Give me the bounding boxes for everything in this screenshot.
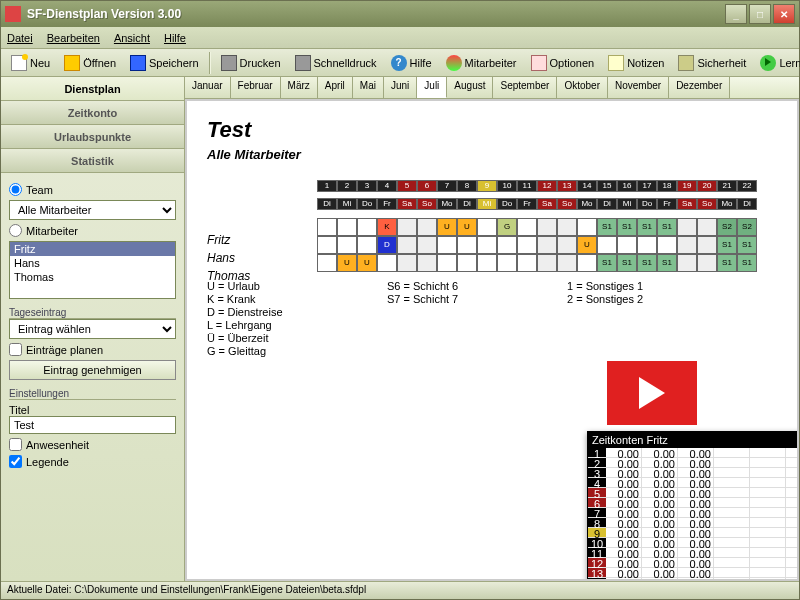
month-tab-januar[interactable]: Januar xyxy=(185,77,231,98)
schedule-cell[interactable] xyxy=(637,236,657,254)
schedule-cell[interactable] xyxy=(517,236,537,254)
schedule-cell[interactable]: U xyxy=(577,236,597,254)
schedule-cell[interactable] xyxy=(417,218,437,236)
schedule-cell[interactable] xyxy=(497,236,517,254)
schedule-cell[interactable] xyxy=(677,254,697,272)
schedule-cell[interactable] xyxy=(357,218,377,236)
month-tab-mai[interactable]: Mai xyxy=(353,77,384,98)
schedule-cell[interactable] xyxy=(457,236,477,254)
toolbar-mitarbeiter[interactable]: Mitarbeiter xyxy=(440,52,523,74)
schedule-cell[interactable]: S1 xyxy=(717,236,737,254)
schedule-cell[interactable] xyxy=(397,218,417,236)
schedule-cell[interactable] xyxy=(437,236,457,254)
month-tab-november[interactable]: November xyxy=(608,77,669,98)
schedule-cell[interactable] xyxy=(517,218,537,236)
schedule-cell[interactable] xyxy=(397,254,417,272)
schedule-cell[interactable]: G xyxy=(497,218,517,236)
schedule-cell[interactable] xyxy=(517,254,537,272)
toolbar-schnelldruck[interactable]: Schnelldruck xyxy=(289,52,383,74)
toolbar-speichern[interactable]: Speichern xyxy=(124,52,205,74)
schedule-cell[interactable] xyxy=(397,236,417,254)
schedule-cell[interactable]: S1 xyxy=(597,254,617,272)
toolbar-lernvideo[interactable]: Lernvideo xyxy=(754,52,800,74)
schedule-cell[interactable] xyxy=(557,254,577,272)
toolbar-optionen[interactable]: Optionen xyxy=(525,52,601,74)
schedule-cell[interactable]: S1 xyxy=(717,254,737,272)
month-tab-oktober[interactable]: Oktober xyxy=(557,77,608,98)
schedule-cell[interactable]: S1 xyxy=(617,254,637,272)
menu-bearbeiten[interactable]: Bearbeiten xyxy=(47,32,100,44)
check-legende[interactable]: Legende xyxy=(9,455,176,468)
schedule-cell[interactable]: S1 xyxy=(617,218,637,236)
month-tab-august[interactable]: August xyxy=(447,77,493,98)
list-item[interactable]: Fritz xyxy=(10,242,175,256)
titel-input[interactable] xyxy=(9,416,176,434)
schedule-cell[interactable]: S1 xyxy=(597,218,617,236)
schedule-cell[interactable]: S1 xyxy=(657,254,677,272)
schedule-cell[interactable] xyxy=(477,218,497,236)
tab-zeitkonto[interactable]: Zeitkonto xyxy=(1,101,184,125)
genehmigen-button[interactable]: Eintrag genehmigen xyxy=(9,360,176,380)
schedule-cell[interactable]: U xyxy=(357,254,377,272)
schedule-cell[interactable] xyxy=(357,236,377,254)
schedule-cell[interactable] xyxy=(617,236,637,254)
employee-list[interactable]: Fritz Hans Thomas xyxy=(9,241,176,299)
schedule-cell[interactable]: S2 xyxy=(737,218,757,236)
schedule-cell[interactable] xyxy=(697,254,717,272)
toolbar-drucken[interactable]: Drucken xyxy=(215,52,287,74)
list-item[interactable]: Hans xyxy=(10,256,175,270)
radio-team[interactable]: Team xyxy=(9,183,176,196)
schedule-cell[interactable] xyxy=(677,236,697,254)
schedule-cell[interactable] xyxy=(597,236,617,254)
menu-datei[interactable]: Datei xyxy=(7,32,33,44)
tab-urlaubspunkte[interactable]: Urlaubspunkte xyxy=(1,125,184,149)
schedule-cell[interactable] xyxy=(477,236,497,254)
check-anwesenheit[interactable]: Anwesenheit xyxy=(9,438,176,451)
schedule-cell[interactable]: U xyxy=(337,254,357,272)
schedule-cell[interactable] xyxy=(677,218,697,236)
schedule-cell[interactable] xyxy=(337,218,357,236)
schedule-cell[interactable]: S1 xyxy=(737,236,757,254)
schedule-cell[interactable]: S1 xyxy=(657,218,677,236)
schedule-cell[interactable]: K xyxy=(377,218,397,236)
schedule-cell[interactable] xyxy=(497,254,517,272)
team-select[interactable]: Alle Mitarbeiter xyxy=(9,200,176,220)
close-button[interactable]: ✕ xyxy=(773,4,795,24)
tab-dienstplan[interactable]: Dienstplan xyxy=(1,77,184,101)
month-tab-juni[interactable]: Juni xyxy=(384,77,417,98)
tageseintrag-select[interactable]: Eintrag wählen xyxy=(9,319,176,339)
month-tab-märz[interactable]: März xyxy=(281,77,318,98)
schedule-cell[interactable] xyxy=(557,218,577,236)
month-tab-februar[interactable]: Februar xyxy=(231,77,281,98)
toolbar-neu[interactable]: Neu xyxy=(5,52,56,74)
schedule-cell[interactable] xyxy=(417,236,437,254)
schedule-cell[interactable] xyxy=(317,236,337,254)
minimize-button[interactable]: _ xyxy=(725,4,747,24)
schedule-cell[interactable] xyxy=(537,254,557,272)
schedule-cell[interactable] xyxy=(477,254,497,272)
schedule-cell[interactable]: D xyxy=(377,236,397,254)
schedule-cell[interactable] xyxy=(317,254,337,272)
schedule-cell[interactable]: S1 xyxy=(737,254,757,272)
schedule-cell[interactable] xyxy=(697,236,717,254)
schedule-cell[interactable] xyxy=(337,236,357,254)
menu-ansicht[interactable]: Ansicht xyxy=(114,32,150,44)
schedule-cell[interactable] xyxy=(537,218,557,236)
schedule-cell[interactable]: S1 xyxy=(637,218,657,236)
month-tab-september[interactable]: September xyxy=(493,77,557,98)
list-item[interactable]: Thomas xyxy=(10,270,175,284)
schedule-cell[interactable]: U xyxy=(457,218,477,236)
schedule-cell[interactable] xyxy=(537,236,557,254)
toolbar-hilfe[interactable]: Hilfe xyxy=(385,52,438,74)
schedule-cell[interactable]: U xyxy=(437,218,457,236)
maximize-button[interactable]: □ xyxy=(749,4,771,24)
schedule-cell[interactable] xyxy=(417,254,437,272)
schedule-cell[interactable] xyxy=(457,254,477,272)
schedule-cell[interactable] xyxy=(697,218,717,236)
toolbar-sicherheit[interactable]: Sicherheit xyxy=(672,52,752,74)
schedule-cell[interactable] xyxy=(577,254,597,272)
schedule-cell[interactable] xyxy=(317,218,337,236)
schedule-cell[interactable]: S1 xyxy=(637,254,657,272)
month-tab-juli[interactable]: Juli xyxy=(417,77,447,98)
schedule-cell[interactable] xyxy=(377,254,397,272)
